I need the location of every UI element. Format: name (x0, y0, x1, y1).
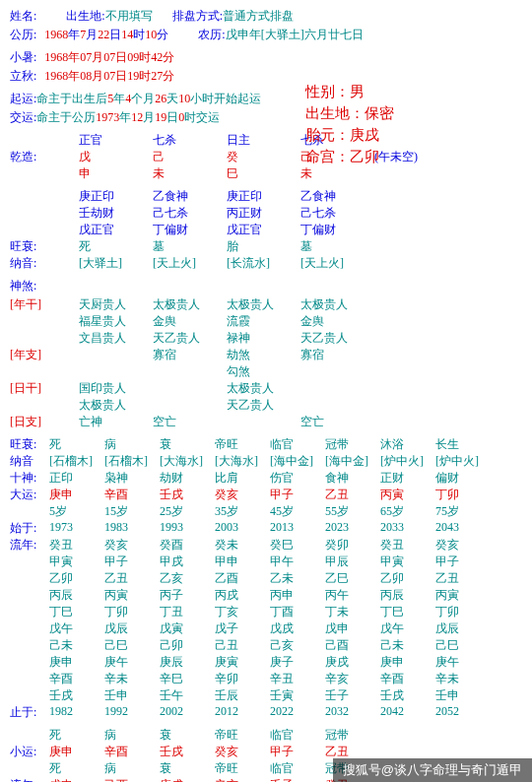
row-cell: 死 (49, 760, 104, 777)
shensha-sublabel: [年支] (10, 347, 79, 363)
row-cell: 壬午 (160, 687, 215, 704)
row-cell: 甲戌 (160, 554, 215, 570)
row-cell: 甲午 (270, 554, 325, 570)
shensha-cell: 太极贵人 (153, 296, 227, 313)
row-cell: 癸未 (215, 537, 270, 554)
qiyun-label: 起运: (10, 91, 36, 107)
shensha-cell: 勾煞 (227, 363, 300, 380)
row-cell: 1992 (104, 704, 160, 721)
shensha-cell (153, 397, 227, 414)
shensha-cell: 国印贵人 (79, 380, 153, 397)
row-cell: 乙未 (270, 570, 325, 587)
row-cell: 己巳 (435, 637, 491, 654)
row-label (10, 671, 49, 687)
row-cell: 癸卯 (325, 537, 380, 554)
row-cell: 2042 (380, 704, 435, 721)
row-cell: 食神 (325, 470, 380, 487)
row-cell: 戊寅 (160, 620, 215, 637)
liqiu-label: 立秋: (10, 68, 36, 85)
shensha-cell: 太极贵人 (227, 296, 300, 313)
row-label: 纳音 (10, 453, 49, 470)
row-cell: 甲子 (270, 744, 325, 760)
row-label (10, 604, 49, 620)
row-cell: 丁卯 (435, 604, 491, 620)
row-cell: 帝旺 (215, 436, 270, 453)
shensha-sublabel (10, 330, 79, 347)
minggong-label: 命宫： (305, 149, 350, 164)
row-cell: 2013 (270, 520, 325, 537)
row-cell: 死 (49, 436, 104, 453)
row-cell: 丁巳 (49, 604, 104, 620)
shensha-cell (153, 363, 227, 380)
row-cell: 壬子 (270, 777, 325, 782)
shensha-cell: 空亡 (300, 414, 374, 430)
row-cell: 帝旺 (215, 760, 270, 777)
canggan-cell: 己七杀 (153, 205, 227, 222)
row-cell: 壬子 (325, 687, 380, 704)
row-cell: 壬辰 (215, 687, 270, 704)
row-cell: 丙戌 (215, 587, 270, 604)
row-cell: [炉中火] (380, 453, 435, 470)
row-cell: [大海水] (160, 453, 215, 470)
row-cell: 庚辰 (160, 654, 215, 671)
shensha-sublabel (10, 313, 79, 330)
row-cell: 衰 (160, 727, 215, 744)
shensha-cell: 福星贵人 (79, 313, 153, 330)
minggong: 乙卯 (350, 149, 379, 164)
row-cell: 戊子 (215, 620, 270, 637)
row-cell: 2002 (160, 704, 215, 721)
row-cell: 临官 (270, 436, 325, 453)
summary-box: 性别：男 出生地：保密 胎元：庚戌 命宫：乙卯 (305, 81, 394, 167)
row-label: 流年 (10, 777, 49, 782)
row-cell: 乙卯 (49, 570, 104, 587)
shensha-cell: 天乙贵人 (227, 397, 300, 414)
row-cell: 甲子 (104, 554, 160, 570)
xiaoshu-label: 小暑: (10, 49, 36, 66)
shensha-cell: 天乙贵人 (153, 330, 227, 347)
row-cell: 丁酉 (270, 604, 325, 620)
row-cell: [海中金] (325, 453, 380, 470)
bazi-chart: 姓名: 出生地: 不用填写 排盘方式: 普通方式排盘 公历: 1968年 7月 … (0, 0, 532, 782)
canggan-cell: 庚正印 (79, 188, 153, 205)
canggan-cell: 戊正官 (227, 222, 300, 238)
row-cell: 丁巳 (380, 604, 435, 620)
row-cell: 己丑 (215, 637, 270, 654)
shensha-cell: 亡神 (79, 414, 153, 430)
row-cell: 辛酉 (380, 671, 435, 687)
row-label (10, 554, 49, 570)
row-cell: 癸亥 (215, 744, 270, 760)
row-cell: 戊戌 (270, 620, 325, 637)
row-label: 旺衰: (10, 436, 49, 453)
row-cell: 临官 (270, 727, 325, 744)
row-cell: 丙寅 (104, 587, 160, 604)
row-label: 十神: (10, 470, 49, 487)
qianzao: 正官 七杀 日主 七杀 乾造: 戊 己 癸 己 (午未空) 申 未 巳 未 (10, 132, 522, 182)
row-cell: 冠带 (325, 436, 380, 453)
row-cell: [炉中火] (435, 453, 491, 470)
paipan-label: 排盘方式: (172, 8, 223, 25)
row-cell: 辛丑 (270, 671, 325, 687)
row-cell: 己酉 (104, 777, 160, 782)
row-cell: 丙申 (270, 587, 325, 604)
row-cell: 癸丑 (380, 537, 435, 554)
row-cell: 己卯 (160, 637, 215, 654)
row-cell: 2033 (380, 520, 435, 537)
gongli-hour: 14 (121, 28, 133, 42)
row-cell: [海中金] (270, 453, 325, 470)
row-cell: 沐浴 (380, 436, 435, 453)
row-label: 始于: (10, 520, 49, 537)
row-label (10, 727, 49, 744)
row-cell: 临官 (270, 760, 325, 777)
shensha-sublabel (10, 397, 79, 414)
row-cell: 乙丑 (104, 570, 160, 587)
row-cell: [石榴木] (49, 453, 104, 470)
row-cell: 壬寅 (270, 687, 325, 704)
row-cell: 癸丑 (49, 537, 104, 554)
row-cell: 病 (104, 760, 160, 777)
wangshuai-label: 旺衰: (10, 238, 79, 255)
canggan-cell: 壬劫财 (79, 205, 153, 222)
row-cell: 25岁 (160, 503, 215, 520)
row-cell: 壬戌 (49, 687, 104, 704)
row-cell: 庚申 (49, 487, 104, 503)
row-cell: 壬戌 (380, 687, 435, 704)
